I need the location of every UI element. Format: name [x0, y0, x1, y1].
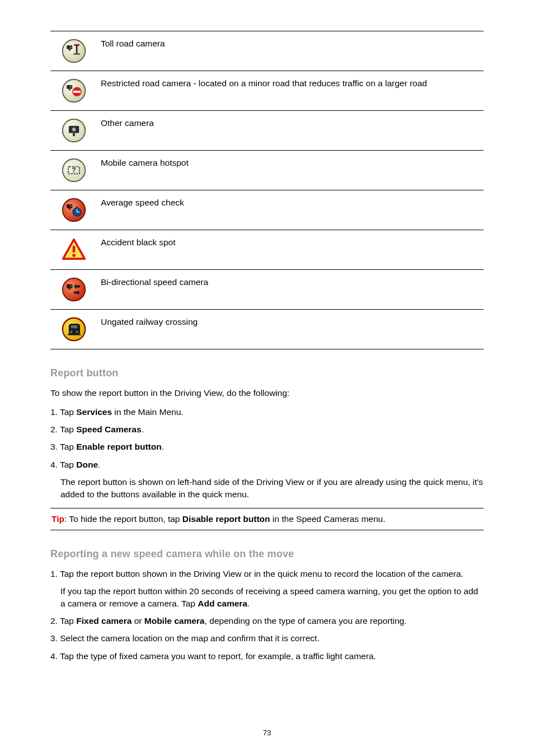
camera-type-label: Other camera: [97, 111, 484, 151]
report-button-intro: To show the report button in the Driving…: [50, 387, 484, 399]
list-item: 4. Tap Done. The report button is shown …: [50, 459, 484, 500]
svg-point-18: [73, 128, 75, 130]
tip-text-before: : To hide the report button, tap: [64, 514, 182, 524]
sub-text-after: .: [247, 599, 250, 608]
table-row: Accident black spot: [50, 230, 484, 270]
sub-text-before: If you tap the report button within 20 s…: [60, 586, 478, 608]
list-item: 3. Tap Enable report button.: [50, 441, 484, 452]
svg-rect-41: [74, 292, 77, 294]
icon-cell: [50, 310, 97, 349]
table-row: Toll road camera: [50, 31, 484, 71]
svg-rect-8: [73, 54, 80, 55]
camera-type-label: Ungated railway crossing: [97, 310, 484, 349]
step-subparagraph: The report button is shown on left-hand …: [60, 476, 484, 500]
section-heading-reporting-new: Reporting a new speed camera while on th…: [50, 548, 484, 560]
ungated-railway-crossing-icon: [61, 316, 87, 342]
camera-type-label: Average speed check: [97, 190, 484, 230]
svg-point-34: [63, 278, 85, 301]
step-subparagraph: If you tap the report button within 20 s…: [60, 585, 484, 609]
list-item: 2. Tap Fixed camera or Mobile camera, de…: [50, 615, 484, 627]
camera-type-label: Toll road camera: [97, 31, 484, 71]
step-text: 3. Select the camera location on the map…: [50, 633, 320, 643]
table-row: Restricted road camera - located on a mi…: [50, 71, 484, 111]
table-row: ? Mobile camera hotspot: [50, 151, 484, 190]
svg-rect-43: [71, 325, 77, 329]
step-text-bold: Done: [76, 460, 98, 469]
step-text: 4. Tap the type of fixed camera you want…: [50, 651, 376, 661]
camera-type-label: Bi-directional speed camera: [97, 270, 484, 310]
step-text-prefix: 1. Tap: [50, 407, 76, 417]
step-text-prefix: 4. Tap: [50, 460, 76, 469]
camera-type-label: Restricted road camera - located on a mi…: [97, 71, 484, 111]
table-row: Other camera: [50, 111, 484, 151]
step-text-prefix: 2. Tap: [50, 616, 76, 626]
list-item: 3. Select the camera location on the map…: [50, 632, 484, 644]
camera-type-label: Mobile camera hotspot: [97, 151, 484, 190]
svg-rect-46: [68, 334, 81, 335]
bi-directional-speed-camera-icon: [61, 277, 87, 302]
step-text-prefix: 3. Tap: [50, 442, 76, 451]
tip-text-after: in the Speed Cameras menu.: [270, 514, 386, 524]
svg-point-33: [72, 254, 76, 257]
icon-cell: [50, 111, 97, 151]
step-text: 1. Tap the report button shown in the Dr…: [50, 569, 463, 578]
svg-text:?: ?: [72, 166, 76, 174]
step-text-bold: Services: [76, 407, 112, 417]
other-camera-icon: [61, 118, 87, 143]
step-text-suffix: , depending on the type of camera you ar…: [204, 616, 406, 626]
table-row: Ungated railway crossing: [50, 310, 484, 349]
table-row: Bi-directional speed camera: [50, 270, 484, 310]
svg-rect-32: [73, 246, 76, 253]
step-text-bold: Mobile camera: [144, 616, 205, 626]
section-heading-report-button: Report button: [50, 367, 484, 379]
icon-cell: [50, 190, 97, 230]
svg-point-26: [70, 206, 72, 207]
tip-block: Tip: To hide the report button, tap Disa…: [50, 508, 484, 530]
icon-cell: [50, 71, 97, 111]
reporting-new-steps: 1. Tap the report button shown in the Dr…: [50, 568, 484, 662]
svg-rect-7: [78, 44, 79, 46]
step-text-mid: or: [132, 616, 144, 626]
restricted-road-camera-icon: [61, 78, 87, 104]
page-number: 73: [0, 729, 534, 737]
list-item: 4. Tap the type of fixed camera you want…: [50, 650, 484, 662]
svg-rect-25: [69, 208, 71, 210]
icon-cell: [50, 31, 97, 71]
step-text-bold: Fixed camera: [76, 616, 132, 626]
icon-cell: [50, 230, 97, 270]
sub-text-bold: Add camera: [198, 599, 247, 608]
icon-cell: [50, 270, 97, 310]
tip-label: Tip: [51, 514, 64, 524]
list-item: 1. Tap Services in the Main Menu.: [50, 406, 484, 418]
report-button-steps: 1. Tap Services in the Main Menu. 2. Tap…: [50, 406, 484, 500]
accident-black-spot-icon: [61, 237, 87, 263]
icon-cell: ?: [50, 151, 97, 190]
toll-road-camera-icon: [61, 38, 87, 64]
step-text-suffix: .: [142, 424, 144, 434]
step-text-suffix: in the Main Menu.: [112, 407, 184, 417]
svg-point-44: [70, 330, 73, 333]
svg-point-12: [70, 86, 72, 88]
step-text-bold: Enable report button: [76, 442, 161, 451]
svg-point-45: [76, 330, 78, 333]
step-text-bold: Speed Cameras: [76, 424, 141, 434]
svg-rect-11: [69, 89, 71, 91]
svg-point-0: [63, 40, 85, 62]
step-text-suffix: .: [162, 442, 164, 451]
mobile-camera-hotspot-icon: ?: [61, 157, 87, 183]
svg-rect-14: [73, 91, 81, 93]
svg-rect-6: [74, 44, 76, 46]
svg-rect-19: [73, 133, 75, 137]
svg-rect-2: [69, 49, 71, 51]
camera-types-table: Toll road camera: [50, 31, 484, 349]
list-item: 1. Tap the report button shown in the Dr…: [50, 568, 484, 609]
average-speed-check-icon: [61, 197, 87, 223]
step-text-prefix: 2. Tap: [50, 424, 76, 434]
svg-point-3: [70, 46, 72, 48]
svg-rect-36: [69, 288, 71, 290]
svg-rect-39: [77, 286, 80, 288]
camera-type-label: Accident black spot: [97, 230, 484, 270]
svg-rect-28: [76, 207, 78, 208]
tip-text-bold: Disable report button: [182, 514, 270, 524]
list-item: 2. Tap Speed Cameras.: [50, 423, 484, 435]
